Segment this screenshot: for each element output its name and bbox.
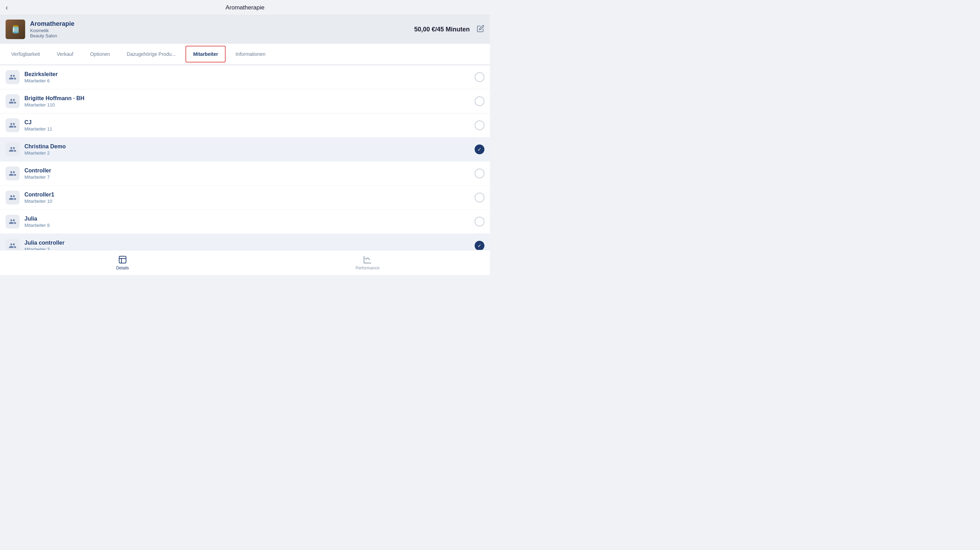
staff-item-controller[interactable]: Controller Mitarbeiter 7 <box>0 162 490 185</box>
service-name: Aromatherapie <box>30 20 75 28</box>
service-category: Kosmetik <box>30 28 75 33</box>
staff-employee-id: Mitarbeiter 110 <box>24 102 475 108</box>
service-header: 🫙 Aromatherapie Kosmetik Beauty Salon 50… <box>0 15 490 44</box>
service-image: 🫙 <box>6 19 25 39</box>
bottom-tab-performance-label: Performance <box>356 266 380 271</box>
staff-avatar <box>6 166 19 181</box>
staff-item-cj[interactable]: CJ Mitarbeiter 11 <box>0 113 490 138</box>
main-content: 🫙 Aromatherapie Kosmetik Beauty Salon 50… <box>0 15 490 275</box>
staff-info: Brigitte Hoffmann · BH Mitarbeiter 110 <box>24 95 475 108</box>
tab-verkauf[interactable]: Verkauf <box>50 46 80 62</box>
staff-info: Controller Mitarbeiter 7 <box>24 168 475 180</box>
staff-info: CJ Mitarbeiter 11 <box>24 119 475 132</box>
staff-info: Controller1 Mitarbeiter 10 <box>24 192 475 204</box>
bottom-bar: Details Performance <box>0 250 490 275</box>
tab-produkte[interactable]: Dazugehörige Produ... <box>120 46 183 62</box>
tab-optionen[interactable]: Optionen <box>83 46 117 62</box>
bottom-tab-performance[interactable]: Performance <box>245 250 490 275</box>
staff-check-bezirksleiter[interactable] <box>475 72 484 82</box>
staff-check-controller[interactable] <box>475 168 484 178</box>
staff-check-cj[interactable] <box>475 120 484 130</box>
staff-name: Brigitte Hoffmann · BH <box>24 95 475 101</box>
bottom-tab-details-label: Details <box>116 266 129 271</box>
staff-name: Julia <box>24 216 475 222</box>
staff-name: Controller <box>24 168 475 174</box>
edit-button[interactable] <box>477 25 484 34</box>
bottom-tab-details[interactable]: Details <box>0 250 245 275</box>
staff-employee-id: Mitarbeiter 10 <box>24 198 475 204</box>
staff-avatar <box>6 94 19 108</box>
staff-employee-id: Mitarbeiter 2 <box>24 151 475 155</box>
service-price: 50,00 €/45 Minuten <box>414 26 470 33</box>
staff-avatar <box>6 118 19 132</box>
staff-name: Julia controller <box>24 240 475 246</box>
staff-check-controller1[interactable] <box>475 193 484 203</box>
tab-verfugbarkeit[interactable]: Verfügbarkeit <box>4 46 47 62</box>
staff-info: Julia Mitarbeiter 8 <box>24 216 475 228</box>
staff-info: Christina Demo Mitarbeiter 2 <box>24 143 475 155</box>
staff-check-julia-controller[interactable]: ✓ <box>475 241 484 250</box>
staff-info: Bezirksleiter Mitarbeiter 6 <box>24 71 475 83</box>
staff-name: Bezirksleiter <box>24 71 475 78</box>
staff-item-julia[interactable]: Julia Mitarbeiter 8 <box>0 210 490 234</box>
service-header-right: 50,00 €/45 Minuten <box>414 25 484 34</box>
staff-employee-id: Mitarbeiter 7 <box>24 174 475 180</box>
staff-check-julia[interactable] <box>475 217 484 227</box>
staff-item-christina[interactable]: Christina Demo Mitarbeiter 2 ✓ <box>0 138 490 162</box>
service-header-left: 🫙 Aromatherapie Kosmetik Beauty Salon <box>6 19 75 39</box>
staff-employee-id: Mitarbeiter 11 <box>24 126 475 132</box>
page-title: Aromatherapie <box>226 4 265 11</box>
back-button[interactable]: ‹ <box>6 3 8 11</box>
staff-check-christina[interactable]: ✓ <box>475 144 484 154</box>
staff-avatar <box>6 143 19 156</box>
staff-item-bezirksleiter[interactable]: Bezirksleiter Mitarbeiter 6 <box>0 65 490 89</box>
staff-avatar <box>6 190 19 204</box>
tab-informationen[interactable]: Informationen <box>228 46 272 62</box>
tab-bar: Verfügbarkeit Verkauf Optionen Dazugehör… <box>0 44 490 65</box>
staff-employee-id: Mitarbeiter 8 <box>24 223 475 228</box>
staff-name: Controller1 <box>24 192 475 198</box>
top-bar: ‹ Aromatherapie <box>0 0 490 15</box>
tab-mitarbeiter[interactable]: Mitarbeiter <box>185 46 226 62</box>
staff-avatar <box>6 215 19 228</box>
service-info: Aromatherapie Kosmetik Beauty Salon <box>30 20 75 38</box>
staff-name: Christina Demo <box>24 143 475 150</box>
service-location: Beauty Salon <box>30 33 75 38</box>
svg-rect-0 <box>119 256 126 263</box>
staff-item-controller1[interactable]: Controller1 Mitarbeiter 10 <box>0 185 490 210</box>
staff-employee-id: Mitarbeiter 6 <box>24 78 475 83</box>
staff-list: Bezirksleiter Mitarbeiter 6 Brigitte Hof… <box>0 65 490 275</box>
staff-name: CJ <box>24 119 475 126</box>
staff-avatar <box>6 70 19 84</box>
staff-item-brigitte[interactable]: Brigitte Hoffmann · BH Mitarbeiter 110 <box>0 89 490 113</box>
staff-check-brigitte[interactable] <box>475 96 484 106</box>
